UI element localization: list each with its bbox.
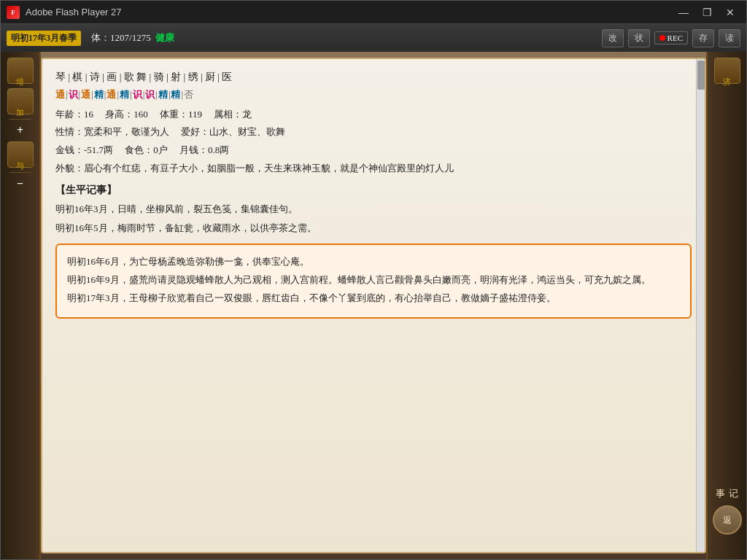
prof-item-10: 否 (184, 88, 193, 101)
sidebar-btn-ji[interactable]: 济 (714, 58, 740, 84)
event-highlighted-2: 明初17年3月，王母柳子欣览着自己一双俊眼，唇红齿白，不像个丫鬟到底的，有心抬举… (67, 290, 680, 306)
prof-item-2: 通 (81, 88, 90, 101)
hp-max: 1275 (132, 32, 151, 43)
char-moon-money: 0.8两 (208, 144, 229, 155)
hp-current: 1207 (110, 32, 129, 43)
section-title: 【生平记事】 (55, 184, 692, 197)
prof-item-5: 精 (120, 88, 129, 101)
hp-display: 体：1207/1275 (91, 31, 151, 44)
event-normal-1: 明初16年5月，梅雨时节，备缸瓮，收藏雨水，以供亭茶之需。 (55, 220, 692, 236)
toolbar-btn-du[interactable]: 读 (719, 29, 740, 47)
prof-item-3: 精 (94, 88, 104, 101)
plus-icon[interactable]: + (17, 124, 23, 137)
title-bar: F Adobe Flash Player 27 — ❐ ✕ (1, 1, 746, 24)
rec-label: REC (667, 34, 683, 42)
scroll-thumb[interactable] (697, 61, 705, 90)
sidebar-right-text: 记事 (714, 481, 740, 482)
return-label: 返 (723, 514, 732, 526)
rec-dot (659, 35, 665, 41)
char-height: 160 (133, 109, 148, 120)
sidebar-btn-yu[interactable]: 与 (7, 141, 34, 168)
info-row-2: 性情：宽柔和平，敬谨为人 爱好：山水、财宝、歌舞 (55, 125, 692, 140)
right-side-panel: 济 记事 返 (706, 52, 746, 559)
prof-item-8: 精 (158, 88, 168, 101)
char-age: 16 (84, 109, 93, 120)
skills-row: 琴 | 棋 | 诗 | 画 | 歌 舞 | 骑 | 射 | 绣 | 厨 | 医 (55, 69, 692, 85)
highlight-events-box: 明初16年6月，为亡母杨孟晚造弥勒佛一龛，供奉宝心庵。 明初16年9月，盛荒尚请… (55, 244, 692, 319)
scrollbar[interactable] (696, 59, 705, 552)
char-gold: -51.7两 (84, 144, 113, 155)
event-normal-0: 明初16年3月，日晴，坐柳风前，裂五色笺，集锦囊佳句。 (55, 201, 692, 217)
hp-label: 体： (91, 32, 110, 43)
app-icon: F (7, 6, 20, 19)
content-body: 琴 | 棋 | 诗 | 画 | 歌 舞 | 骑 | 射 | 绣 | 厨 | 医 … (42, 59, 705, 552)
prof-item-4: 通 (107, 88, 116, 101)
prof-item-1: 识 (69, 88, 78, 101)
info-row-1: 年龄：16 身高：160 体重：119 属相：龙 (55, 107, 692, 122)
event-highlighted-0: 明初16年6月，为亡母杨孟晚造弥勒佛一龛，供奉宝心庵。 (67, 254, 680, 270)
info-row-3: 金钱：-51.7两 食色：0户 月钱：0.8两 (55, 143, 692, 158)
char-food: 0户 (153, 144, 168, 155)
info-row-4: 外貌：眉心有个红痣，有豆子大小，如胭脂一般，天生来珠神玉貌，就是个神仙宫殿里的灯… (55, 161, 692, 176)
prof-item-7: 识 (145, 88, 155, 101)
return-button[interactable]: 返 (713, 505, 742, 534)
main-window: F Adobe Flash Player 27 — ❐ ✕ 明初17年3月春季 … (0, 0, 747, 560)
char-appearance: 眉心有个红痣，有豆子大小，如胭脂一般，天生来珠神玉貌，就是个神仙宫殿里的灯人儿 (84, 163, 454, 174)
left-side-panel: 培 加 + 与 − (1, 52, 41, 559)
char-personality: 宽柔和平，敬谨为人 (84, 126, 169, 137)
close-button[interactable]: ✕ (720, 4, 740, 20)
window-controls: — ❐ ✕ (673, 4, 740, 20)
window-title: Adobe Flash Player 27 (26, 7, 673, 18)
minimize-button[interactable]: — (673, 4, 694, 20)
toolbar-btn-zhuang[interactable]: 状 (628, 29, 650, 47)
minus-icon[interactable]: − (17, 177, 23, 190)
sidebar-btn-jia[interactable]: 加 (7, 88, 34, 114)
health-status: 健康 (155, 31, 174, 44)
restore-button[interactable]: ❐ (697, 4, 717, 20)
char-zodiac: 龙 (242, 109, 252, 120)
left-divider (9, 119, 31, 120)
prof-item-6: 识 (133, 88, 142, 101)
char-hobbies: 山水、财宝、歌舞 (209, 126, 285, 137)
date-badge: 明初17年3月春季 (7, 31, 81, 46)
sidebar-btn-pei[interactable]: 培 (7, 58, 34, 84)
toolbar-right: 改 状 REC 存 读 (602, 29, 740, 47)
game-toolbar: 明初17年3月春季 体：1207/1275 健康 改 状 REC 存 读 (1, 24, 746, 52)
prof-item-9: 精 (171, 88, 180, 101)
toolbar-btn-gai[interactable]: 改 (602, 29, 624, 47)
event-highlighted-1: 明初16年9月，盛荒尚请灵隐观蟠蜂散人为己观相，测入宫前程。蟠蜂散人言己颧骨鼻头… (67, 272, 680, 288)
toolbar-btn-cun[interactable]: 存 (692, 29, 714, 47)
game-area: 培 加 + 与 − 济 记事 返 琴 | 棋 | 诗 | 画 | 歌 舞 | (1, 52, 746, 559)
content-panel: 琴 | 棋 | 诗 | 画 | 歌 舞 | 骑 | 射 | 绣 | 厨 | 医 … (41, 58, 706, 553)
prof-item-0: 通 (55, 88, 65, 101)
left-divider-2 (9, 172, 31, 173)
rec-badge: REC (654, 31, 688, 44)
toolbar-left: 明初17年3月春季 体：1207/1275 健康 (7, 31, 174, 46)
char-weight: 119 (188, 109, 202, 120)
proficiency-row: 通| 识| 通| 精| 通| 精| 识| 识| 精| 精| 否 (55, 88, 692, 101)
